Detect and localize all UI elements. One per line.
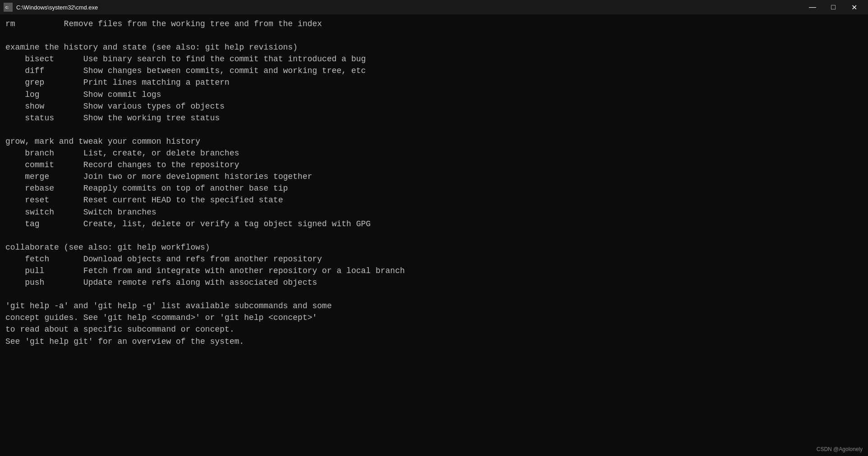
window-controls: — □ ✕	[802, 0, 864, 14]
title-bar: C: C:\Windows\system32\cmd.exe — □ ✕	[0, 0, 868, 14]
svg-rect-1	[9, 4, 11, 7]
maximize-button[interactable]: □	[823, 0, 844, 14]
svg-rect-3	[9, 8, 11, 10]
window-title: C:\Windows\system32\cmd.exe	[16, 4, 802, 11]
terminal-text: rm Remove files from the working tree an…	[5, 18, 863, 347]
minimize-button[interactable]: —	[802, 0, 823, 14]
terminal-output: rm Remove files from the working tree an…	[0, 14, 868, 456]
svg-text:C:: C:	[5, 6, 9, 9]
watermark: CSDN @Agolonely	[817, 446, 863, 452]
cmd-window: C: C:\Windows\system32\cmd.exe — □ ✕ rm …	[0, 0, 868, 456]
window-icon: C:	[4, 3, 13, 12]
close-button[interactable]: ✕	[844, 0, 864, 14]
